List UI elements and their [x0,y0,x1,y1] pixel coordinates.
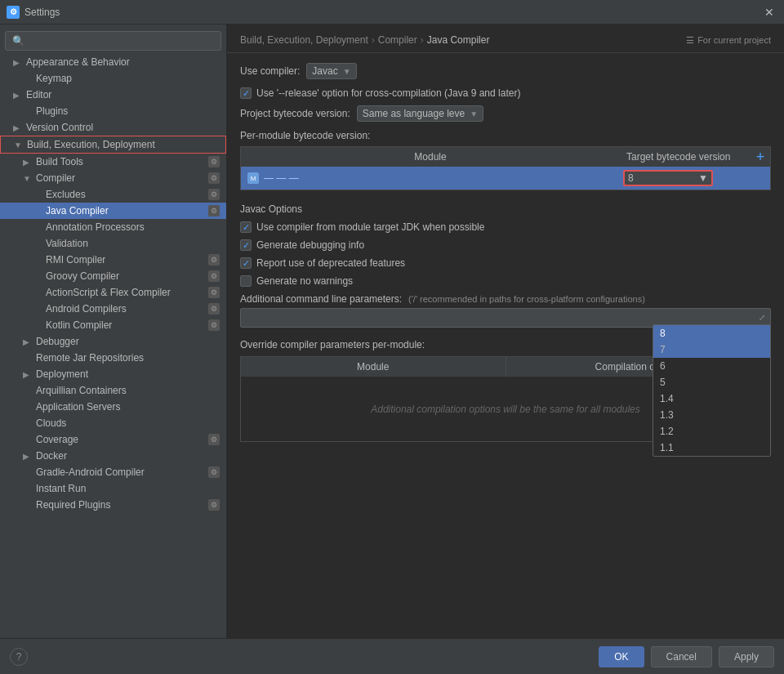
module-row[interactable]: M — — — 8 ▼ [240,167,771,190]
dropdown-option-7[interactable]: 7 [653,341,770,358]
settings-icon: ⚙ [208,156,220,167]
sidebar-label: Validation [46,238,88,249]
sidebar-item-version-control[interactable]: ▶Version Control [0,119,226,136]
window-title: Settings [24,7,761,18]
sidebar-arrow: ▶ [23,370,34,379]
cross-compilation-label: Use '--release' option for cross-compila… [256,87,520,99]
settings-icon: ⚙ [208,287,220,298]
sidebar-item-rmi-compiler[interactable]: RMI Compiler⚙ [0,252,226,268]
per-module-section: Module Target bytecode version + M — — —… [240,146,771,190]
sidebar-item-kotlin-compiler[interactable]: Kotlin Compiler⚙ [0,317,226,333]
sidebar-arrow: ▼ [14,141,25,150]
project-bytecode-row: Project bytecode version: Same as langua… [240,105,771,122]
dropdown-option-1.2[interactable]: 1.2 [653,423,770,440]
checkbox-generate-no-warnings[interactable] [240,275,252,287]
settings-icon: ⚙ [208,172,220,184]
settings-icon: ⚙ [208,189,220,200]
sidebar-label: Gradle-Android Compiler [36,466,145,478]
sidebar-label: Instant Run [36,483,86,494]
sidebar-item-arquillian[interactable]: Arquillian Containers [0,382,226,399]
cmdline-row: Additional command line parameters: ('/'… [240,293,771,305]
cmdline-section: Additional command line parameters: ('/'… [240,293,771,328]
checkbox-use-compiler-module[interactable]: ✓ [240,221,252,233]
sidebar-item-excludes[interactable]: Excludes⚙ [0,186,226,203]
bytecode-version-dropdown[interactable]: Same as language leve ▼ [357,105,483,122]
sidebar-item-docker[interactable]: ▶Docker [0,448,226,464]
sidebar-item-gradle-android[interactable]: Gradle-Android Compiler⚙ [0,464,226,480]
sidebar-arrow: ▼ [23,174,34,183]
sidebar-label: Excludes [46,189,86,200]
close-button[interactable]: ✕ [761,4,777,20]
sidebar-item-build-execution[interactable]: ▼Build, Execution, Deployment [0,136,226,154]
sidebar-item-groovy-compiler[interactable]: Groovy Compiler⚙ [0,268,226,284]
project-icon: ☰ [686,35,694,46]
cross-compilation-checkbox[interactable]: ✓ [240,87,252,99]
sidebar-label: Required Plugins [36,499,110,511]
help-button[interactable]: ? [10,648,28,666]
dropdown-option-1.3[interactable]: 1.3 [653,407,770,423]
sidebar-item-instant-run[interactable]: Instant Run [0,480,226,497]
sidebar-item-appearance[interactable]: ▶Appearance & Behavior [0,54,226,70]
cancel-button[interactable]: Cancel [651,646,712,667]
sidebar-item-actionscript-compiler[interactable]: ActionScript & Flex Compiler⚙ [0,284,226,301]
breadcrumb-part-3: Java Compiler [427,34,490,46]
bytecode-version-value: Same as language leve [363,108,465,119]
sidebar: 🔍 ▶Appearance & Behavior Keymap▶Editor P… [0,25,227,638]
dropdown-option-5[interactable]: 5 [653,374,770,391]
sidebar-label: Docker [36,450,67,462]
dropdown-option-1.1[interactable]: 1.1 [653,440,770,456]
sidebar-label: Coverage [36,434,78,445]
dropdown-option-8[interactable]: 8 [653,325,770,341]
sidebar-label: Groovy Compiler [46,270,119,282]
sidebar-item-compiler[interactable]: ▼Compiler⚙ [0,170,226,186]
apply-button[interactable]: Apply [719,646,774,667]
sidebar-item-required-plugins[interactable]: Required Plugins⚙ [0,497,226,513]
add-module-button[interactable]: + [756,149,765,166]
title-bar: ⚙ Settings ✕ [0,0,784,25]
sidebar-arrow: ▶ [23,337,34,346]
sidebar-item-editor[interactable]: ▶Editor [0,87,226,103]
sidebar-item-debugger[interactable]: ▶Debugger [0,333,226,350]
module-version-dropdown[interactable]: 8 ▼ [623,170,713,186]
checkbox-report-deprecated[interactable]: ✓ [240,257,252,269]
breadcrumb-arrow-2: › [421,34,424,46]
chevron-down-icon: ▼ [343,67,351,76]
sidebar-item-deployment[interactable]: ▶Deployment [0,366,226,382]
sidebar-item-annotation-processors[interactable]: Annotation Processors [0,219,226,235]
sidebar-item-android-compilers[interactable]: Android Compilers⚙ [0,301,226,317]
checkbox-label-report-deprecated: Report use of deprecated features [256,257,405,269]
sidebar-item-java-compiler[interactable]: Java Compiler⚙ [0,203,226,219]
settings-icon: ⚙ [208,205,220,216]
use-compiler-value: Javac [312,65,337,77]
dropdown-option-6[interactable]: 6 [653,358,770,374]
cmdline-label: Additional command line parameters: [240,293,402,305]
settings-icon: ⚙ [208,466,220,478]
use-compiler-dropdown[interactable]: Javac ▼ [306,63,356,79]
sidebar-arrow: ▶ [13,58,24,67]
expand-icon[interactable]: ⤢ [755,310,768,324]
dropdown-option-1.4[interactable]: 1.4 [653,391,770,407]
sidebar-item-coverage[interactable]: Coverage⚙ [0,431,226,448]
sidebar-label: Plugins [36,105,68,117]
sidebar-item-remote-jar[interactable]: Remote Jar Repositories [0,350,226,366]
per-module-table-header: Module Target bytecode version + [240,146,771,167]
sidebar-item-keymap[interactable]: Keymap [0,70,226,87]
checkbox-row-report-deprecated: ✓ Report use of deprecated features [240,257,771,269]
sidebar-label: Editor [26,89,51,100]
breadcrumb-project: ☰ For current project [686,35,771,46]
sidebar-arrow: ▶ [23,158,34,167]
chevron-down-icon-3: ▼ [698,172,708,184]
sidebar-label: RMI Compiler [46,254,105,266]
ok-button[interactable]: OK [599,646,644,667]
search-box[interactable]: 🔍 [5,31,221,51]
sidebar-arrow: ▶ [13,91,24,100]
module-icon: M [247,172,259,184]
sidebar-item-build-tools[interactable]: ▶Build Tools⚙ [0,154,226,170]
sidebar-item-clouds[interactable]: Clouds [0,415,226,431]
sidebar-item-application-servers[interactable]: Application Servers [0,399,226,415]
checkbox-generate-debugging[interactable]: ✓ [240,239,252,251]
sidebar-item-validation[interactable]: Validation [0,235,226,252]
sidebar-label: Kotlin Compiler [46,319,112,331]
sidebar-item-plugins[interactable]: Plugins [0,103,226,119]
sidebar-label: Debugger [36,336,79,347]
